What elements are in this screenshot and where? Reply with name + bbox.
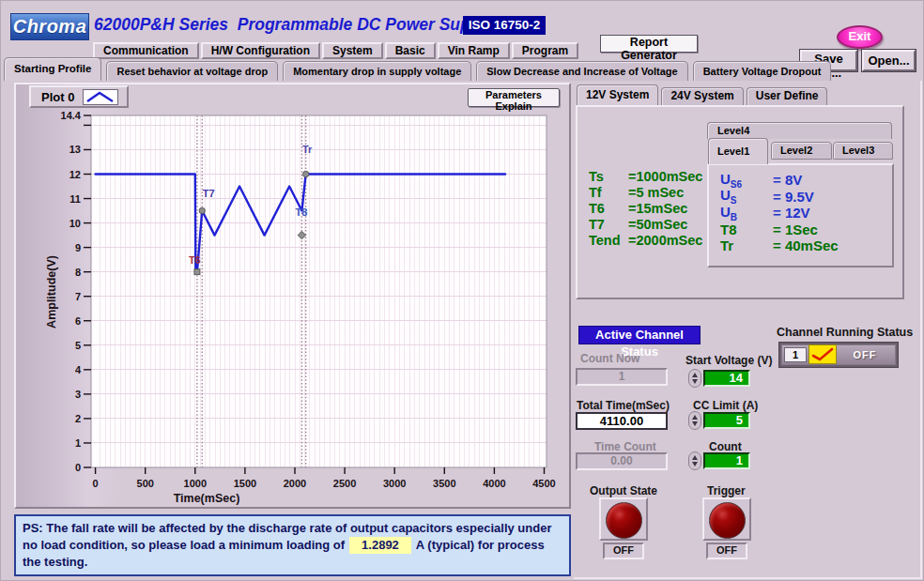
- count-input[interactable]: 1: [703, 452, 750, 469]
- cursor-label-t6: T6: [189, 254, 201, 266]
- level-tab-level4[interactable]: Level4: [707, 122, 892, 139]
- tab-slow-decrease-and-increase-of-voltage[interactable]: Slow Decrease and Increase of Voltage: [476, 61, 687, 81]
- total-time-label: Total Time(mSec): [577, 399, 670, 412]
- report-generator-button[interactable]: Report Generator: [600, 35, 698, 53]
- chroma-logo: Chroma: [10, 13, 89, 40]
- count-now-label: Count Now: [580, 352, 639, 365]
- cc-limit-input[interactable]: 5: [703, 412, 750, 429]
- level-param-ub: UB= 12V: [720, 205, 892, 222]
- param-value: =2000mSec: [628, 233, 702, 249]
- increment-icon[interactable]: [692, 373, 698, 377]
- param-value: =50mSec: [628, 217, 687, 233]
- output-state-value: OFF: [603, 543, 644, 559]
- tab-battery-voltage-dropout[interactable]: Battery Voltage Dropout: [693, 61, 832, 81]
- level-tab-level1[interactable]: Level1: [708, 138, 768, 164]
- start-voltage-input[interactable]: 14: [703, 370, 750, 387]
- system-panel: Level4 Level1Level2Level3 US6= 8VUS= 9.5…: [576, 105, 904, 299]
- exit-button[interactable]: Exit: [837, 25, 883, 49]
- svg-text:2500: 2500: [333, 478, 356, 489]
- count-label: Count: [709, 440, 742, 453]
- total-time-input[interactable]: 4110.00: [576, 412, 668, 430]
- param-value: = 1Sec: [773, 222, 818, 237]
- param-name: UB: [720, 204, 773, 222]
- level-param-us6: US6= 8V: [720, 172, 892, 189]
- system-tab-user-define[interactable]: User Define: [747, 87, 828, 105]
- svg-text:0: 0: [93, 478, 99, 489]
- svg-text:3: 3: [75, 389, 81, 400]
- svg-text:12: 12: [69, 169, 81, 180]
- waveform-panel: Plot 0 Parameters Explain 01234567891011…: [14, 83, 571, 509]
- channel-number: 1: [784, 347, 807, 362]
- trigger-value: OFF: [706, 543, 747, 559]
- param-name: Tf: [589, 185, 628, 201]
- cursor-label-tr: Tr: [302, 144, 313, 155]
- timing-param-t6: T6=15mSec: [589, 201, 702, 217]
- cc-limit-stepper[interactable]: [688, 411, 701, 430]
- output-state-button[interactable]: [599, 497, 648, 541]
- svg-text:0: 0: [75, 462, 81, 473]
- ps-note-highlight-value: 1.2892: [349, 537, 411, 554]
- param-name: Ts: [589, 169, 628, 185]
- trigger-label: Trigger: [707, 484, 746, 497]
- system-tab-24v-system[interactable]: 24V System: [661, 87, 743, 105]
- waveform-chart: 01234567891011121314.4050010001500200025…: [16, 84, 569, 507]
- time-count-label: Time Count: [594, 440, 656, 453]
- trigger-led-icon[interactable]: [709, 502, 746, 539]
- tab-starting-profile[interactable]: Starting Profile: [4, 57, 101, 81]
- app-window: { "header": { "logo_text": "Chroma", "ti…: [0, 0, 924, 581]
- iso-standard-badge: ISO 16750-2: [463, 16, 546, 35]
- level-param-tr: Tr= 40mSec: [720, 237, 892, 254]
- svg-text:7: 7: [75, 291, 81, 302]
- level-parameters-panel: US6= 8VUS= 9.5VUB= 12VT8= 1SecTr= 40mSec: [707, 163, 894, 268]
- param-name: T8: [720, 222, 773, 237]
- decrement-icon[interactable]: [692, 421, 698, 426]
- system-tab-bar: 12V System24V SystemUser Define: [577, 84, 827, 105]
- timing-param-tf: Tf=5 mSec: [589, 185, 702, 201]
- decrement-icon[interactable]: [692, 462, 698, 466]
- channel-running-status-widget[interactable]: 1 OFF: [778, 342, 899, 368]
- output-state-led-icon[interactable]: [606, 502, 642, 539]
- cursor-marker-t6: [194, 269, 200, 275]
- svg-text:1: 1: [75, 437, 81, 449]
- count-stepper[interactable]: [688, 451, 701, 470]
- bottom-edge-divider: [574, 577, 922, 579]
- param-name: T7: [589, 217, 628, 233]
- svg-text:13: 13: [69, 144, 81, 155]
- channel-check-icon: [808, 344, 837, 364]
- channel-running-state: OFF: [837, 349, 893, 360]
- svg-text:11: 11: [69, 193, 81, 205]
- system-tab-12v-system[interactable]: 12V System: [577, 84, 658, 105]
- decrement-icon[interactable]: [692, 379, 698, 384]
- svg-text:2: 2: [75, 413, 81, 424]
- increment-icon[interactable]: [692, 455, 698, 460]
- cursor-label-t8: T8: [296, 206, 308, 218]
- svg-text:14.4: 14.4: [61, 110, 82, 121]
- cursor-label-t7: T7: [203, 188, 215, 199]
- param-value: = 9.5V: [773, 189, 814, 205]
- time-count-display: 0.00: [576, 452, 668, 470]
- svg-text:5: 5: [75, 340, 81, 351]
- timing-parameters: Ts=1000mSecTf=5 mSecT6=15mSecT7=50mSecTe…: [589, 169, 702, 249]
- level-tab-level3[interactable]: Level3: [833, 142, 893, 160]
- level-tab-level2[interactable]: Level2: [771, 142, 832, 160]
- timing-param-ts: Ts=1000mSec: [589, 169, 702, 185]
- profile-tab-bar: Starting ProfileReset behavior at voltag…: [4, 57, 831, 81]
- svg-text:8: 8: [75, 267, 81, 278]
- output-state-label: Output State: [590, 484, 657, 497]
- trigger-button[interactable]: [702, 497, 751, 541]
- start-voltage-stepper[interactable]: [688, 369, 701, 388]
- tab-momentary-drop-in-supply-voltage[interactable]: Momentary drop in supply voltage: [283, 61, 471, 81]
- param-value: = 8V: [773, 172, 802, 188]
- timing-param-tend: Tend=2000mSec: [589, 233, 702, 249]
- channel-running-status-label: Channel Running Status: [777, 326, 913, 339]
- tab-reset-behavior-at-voltage-drop[interactable]: Reset behavior at voltage drop: [106, 61, 278, 81]
- active-channel-status-header: Active Channel Status: [578, 326, 701, 344]
- cursor-marker-tr: [302, 171, 308, 176]
- param-value: = 40mSec: [773, 237, 839, 253]
- increment-icon[interactable]: [692, 415, 698, 420]
- y-axis-title: Amplitude(V): [45, 255, 58, 329]
- open-button[interactable]: Open...: [862, 50, 916, 71]
- level-param-t8: T8= 1Sec: [720, 222, 892, 238]
- param-name: Tr: [720, 237, 773, 253]
- level-param-us: US= 9.5V: [720, 189, 892, 206]
